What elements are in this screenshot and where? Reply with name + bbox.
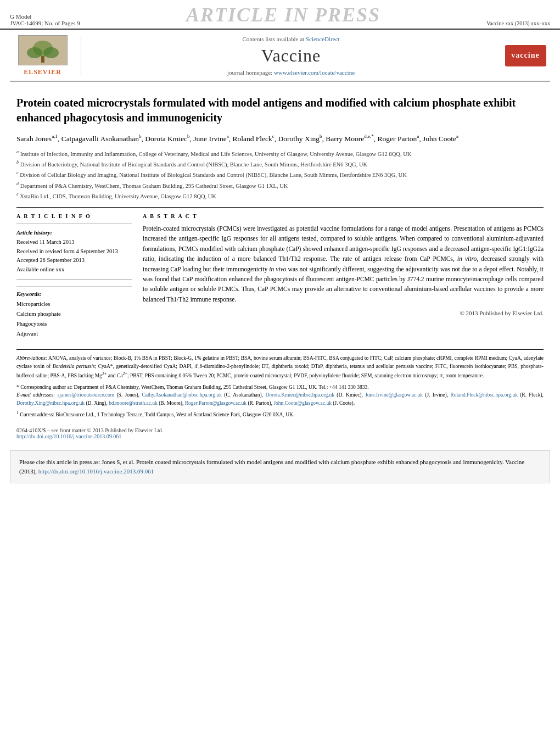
kw-microparticles: Microparticles — [16, 299, 132, 309]
issn-line: 0264-410X/$ – see front matter © 2013 Pu… — [16, 427, 544, 433]
sciencedirect-line: Contents lists available at ScienceDirec… — [242, 36, 339, 42]
affil-c: c Division of Cellular Biology and Imagi… — [16, 170, 544, 179]
copyright-line: © 2013 Published by Elsevier Ltd. — [143, 310, 544, 316]
affiliations: a Institute of Infection, Immunity and I… — [16, 149, 544, 200]
elsevier-logo-area: ELSEVIER — [10, 35, 81, 76]
affil-e: e XstaBio Ltd., CIDS, Thomson Building, … — [16, 191, 544, 200]
divider2 — [16, 279, 132, 280]
svg-point-3 — [43, 47, 59, 58]
tree-logo — [18, 35, 68, 65]
journal-center: Contents lists available at ScienceDirec… — [81, 35, 501, 76]
svg-rect-4 — [41, 56, 44, 63]
email-xing[interactable]: Dorothy.Xing@nibsc.hpa.org.uk — [16, 400, 85, 406]
email-asokanathan[interactable]: Cathy.Asokanathan@nibsc.hpa.org.uk — [142, 392, 222, 398]
journal-title: Vaccine — [261, 46, 321, 66]
current-address-text: 1 Current address: BioOutsource Ltd., 1 … — [16, 410, 544, 419]
keywords-list: Microparticles Calcium phosphate Phagocy… — [16, 299, 132, 338]
email-parton[interactable]: Roger.Parton@glasgow.ac.uk — [185, 400, 247, 406]
svg-point-2 — [27, 47, 42, 58]
journal-homepage: journal homepage: www.elsevier.com/locat… — [227, 69, 355, 76]
email-irvine[interactable]: June.Irvine@glasgow.ac.uk — [365, 392, 423, 398]
email-addresses-text: E-mail addresses: sjames@triooutsource.c… — [16, 391, 544, 407]
kw-adjuvant: Adjuvant — [16, 329, 132, 339]
abstract-col: A B S T R A C T Protein-coated microcrys… — [143, 213, 544, 338]
article-history: Article history: Received 11 March 2013 … — [16, 228, 132, 275]
keywords-section: Keywords: Microparticles Calcium phospha… — [16, 286, 132, 338]
affil-d: d Department of P&A Chemistry, WestChem,… — [16, 181, 544, 190]
page-wrapper: G Model JVAC-14699; No. of Pages 9 ARTIC… — [0, 0, 560, 742]
abstract-heading: A B S T R A C T — [143, 213, 544, 219]
article-info-heading: A R T I C L E I N F O — [16, 213, 132, 219]
main-content: Protein coated microcrystals formulated … — [0, 82, 560, 445]
sciencedirect-link[interactable]: ScienceDirect — [306, 36, 340, 42]
email-kmiec[interactable]: Dorota.Kmiec@nibsc.hpa.org.uk — [265, 392, 334, 398]
header-top: G Model JVAC-14699; No. of Pages 9 ARTIC… — [0, 0, 560, 30]
email-moore[interactable]: bd.moore@strath.ac.uk — [109, 400, 158, 406]
authors-line: Sarah Jonesa,1, Catpagavalli Asokanathan… — [16, 133, 544, 144]
journal-header: ELSEVIER Contents lists available at Sci… — [10, 30, 550, 82]
vaccine-badge: vaccine — [505, 45, 546, 66]
article-in-press-banner: ARTICLE IN PRESS — [80, 3, 486, 26]
kw-calcium: Calcium phosphate — [16, 309, 132, 319]
divider — [16, 224, 132, 224]
affil-b: b Division of Bacteriology, National Ins… — [16, 159, 544, 169]
homepage-link[interactable]: www.elsevier.com/locate/vaccine — [274, 69, 355, 76]
two-col-section: A R T I C L E I N F O Article history: R… — [16, 207, 544, 338]
article-info-col: A R T I C L E I N F O Article history: R… — [16, 213, 132, 338]
affil-a: a Institute of Infection, Immunity and I… — [16, 149, 544, 158]
elsevier-text: ELSEVIER — [24, 68, 61, 76]
kw-phagocytosis: Phagocytosis — [16, 319, 132, 329]
journal-ref: Vaccine xxx (2013) xxx–xxx — [486, 20, 550, 26]
email-fleck[interactable]: Roland.Fleck@nibsc.hpa.org.uk — [450, 392, 518, 398]
citation-box: Please cite this article in press as: Jo… — [10, 450, 550, 483]
doi-link[interactable]: http://dx.doi.org/10.1016/j.vaccine.2013… — [16, 433, 121, 439]
citation-doi-link[interactable]: http://dx.doi.org/10.1016/j.vaccine.2013… — [38, 468, 154, 475]
doi-link-line: http://dx.doi.org/10.1016/j.vaccine.2013… — [16, 433, 544, 439]
corresponding-author-text: * Corresponding author at: Department of… — [16, 383, 544, 392]
footnotes-section: Abbreviations: ANOVA, analysis of varian… — [16, 349, 544, 421]
vaccine-badge-area: vaccine — [501, 35, 550, 76]
abbreviations-text: Abbreviations: ANOVA, analysis of varian… — [16, 354, 544, 380]
doi-section: 0264-410X/$ – see front matter © 2013 Pu… — [16, 427, 544, 439]
abstract-text: Protein-coated microcrystals (PCMCs) wer… — [143, 224, 544, 304]
email-sjones[interactable]: sjames@triooutsource.com — [58, 392, 114, 398]
article-title: Protein coated microcrystals formulated … — [16, 96, 544, 125]
email-coote[interactable]: John.Coote@glasgow.ac.uk — [273, 400, 332, 406]
gmodel-label: G Model JVAC-14699; No. of Pages 9 — [10, 13, 80, 26]
